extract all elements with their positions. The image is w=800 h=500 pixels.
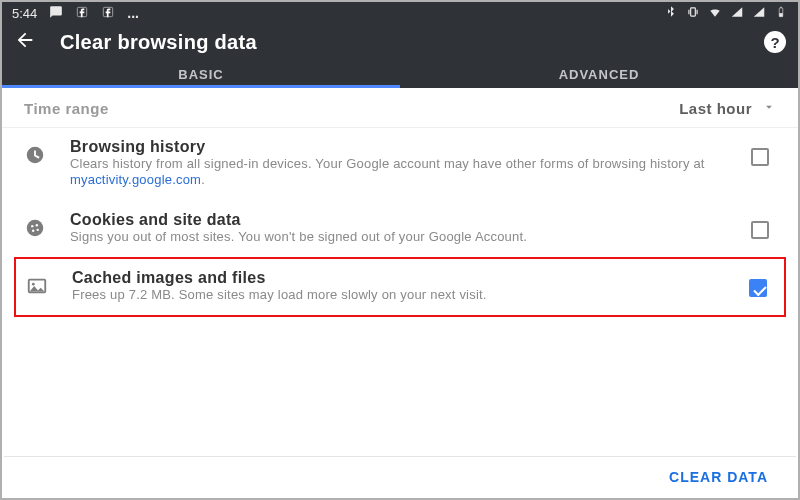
svg-point-6 (27, 219, 44, 236)
tab-advanced-label: ADVANCED (559, 67, 640, 82)
svg-rect-2 (691, 7, 696, 15)
tabs: BASIC ADVANCED (2, 60, 798, 88)
signal-icon (752, 5, 766, 22)
dropdown-icon (762, 100, 776, 118)
option-cookies[interactable]: Cookies and site data Signs you out of m… (2, 201, 798, 257)
svg-point-9 (32, 229, 34, 231)
checkbox-cached[interactable] (749, 279, 767, 297)
svg-point-8 (36, 224, 38, 226)
svg-point-10 (37, 228, 39, 230)
clear-data-button[interactable]: CLEAR DATA (669, 469, 768, 485)
myactivity-link[interactable]: myactivity.google.com (70, 172, 201, 187)
svg-point-12 (32, 283, 35, 286)
options-list: Browsing history Clears history from all… (2, 128, 798, 317)
battery-icon (774, 5, 788, 22)
option-title: Browsing history (70, 138, 734, 156)
footer-bar: CLEAR DATA (4, 456, 796, 496)
more-icon: ... (127, 5, 139, 21)
highlighted-option: Cached images and files Frees up 7.2 MB.… (14, 257, 786, 317)
bluetooth-icon (664, 5, 678, 22)
vibrate-icon (686, 5, 700, 22)
checkbox-cookies[interactable] (751, 221, 769, 239)
tab-advanced[interactable]: ADVANCED (400, 60, 798, 88)
chat-icon (49, 5, 63, 22)
option-browsing-history[interactable]: Browsing history Clears history from all… (2, 128, 798, 201)
option-cached[interactable]: Cached images and files Frees up 7.2 MB.… (16, 259, 784, 315)
page-title: Clear browsing data (60, 31, 257, 54)
tab-basic[interactable]: BASIC (2, 60, 400, 88)
back-icon[interactable] (14, 29, 36, 55)
facebook-icon (75, 5, 89, 22)
time-range-value: Last hour (679, 100, 752, 117)
time-range-label: Time range (24, 100, 109, 117)
cookie-icon (24, 217, 64, 243)
option-title: Cookies and site data (70, 211, 734, 229)
status-time: 5:44 (12, 6, 37, 21)
option-desc: Signs you out of most sites. You won't b… (70, 229, 734, 245)
svg-rect-4 (779, 13, 783, 17)
status-bar: 5:44 ... (2, 2, 798, 24)
wifi-icon (708, 5, 722, 22)
tab-basic-label: BASIC (178, 67, 223, 82)
option-desc: Frees up 7.2 MB. Some sites may load mor… (72, 287, 732, 303)
history-icon (24, 144, 64, 170)
time-range-row[interactable]: Time range Last hour (2, 90, 798, 128)
option-title: Cached images and files (72, 269, 732, 287)
title-bar: Clear browsing data ? (2, 24, 798, 60)
signal-icon (730, 5, 744, 22)
checkbox-browsing-history[interactable] (751, 148, 769, 166)
option-desc: Clears history from all signed-in device… (70, 156, 734, 189)
facebook-icon (101, 5, 115, 22)
svg-point-7 (31, 224, 33, 226)
image-icon (26, 275, 66, 301)
help-icon[interactable]: ? (764, 31, 786, 53)
svg-rect-5 (780, 6, 781, 7)
